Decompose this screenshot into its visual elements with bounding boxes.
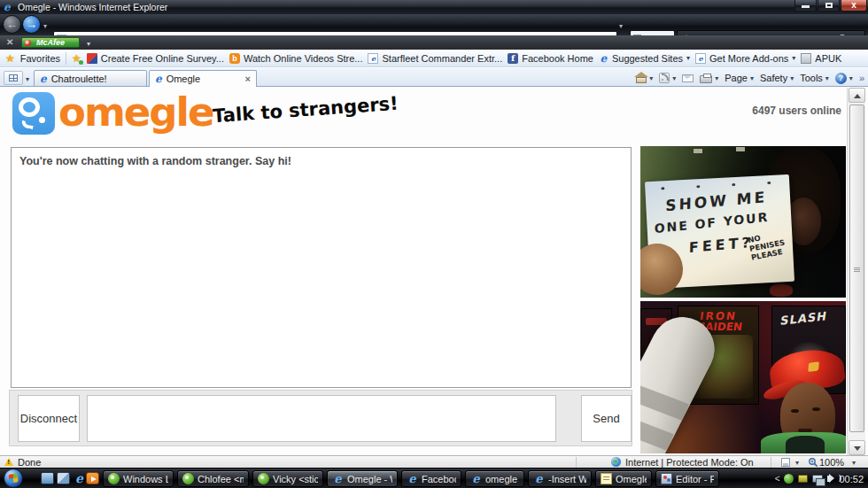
taskbar-button[interactable]: e-Insert Witty... [528,470,592,487]
forward-button[interactable]: → [22,15,41,34]
quick-tabs-icon [9,74,18,81]
suggested-sites-button[interactable]: eSuggested Sites▾ [599,53,690,64]
tab-omegle[interactable]: e Omegle × [149,70,257,88]
tab-close-icon[interactable]: × [245,74,251,84]
start-button[interactable] [4,469,23,488]
ie-icon: e [533,473,545,484]
dropdown-icon[interactable]: ▾ [715,74,718,82]
system-tray: < 00:52 [775,469,866,488]
restore-icon [825,3,833,8]
dropdown-icon[interactable]: ▾ [795,459,799,467]
favorite-item[interactable]: Create Free Online Survey... [87,53,224,64]
mcafee-button[interactable]: McAfee [21,37,80,48]
tab-label: Chatroulette! [51,74,107,84]
ie-icon: e [332,473,344,484]
safety-menu[interactable]: Safety [760,73,787,83]
scroll-up-button[interactable] [849,88,865,103]
favorite-item[interactable]: bWatch Online Videos Stre... [229,53,363,64]
ie-icon: e [407,473,418,484]
print-icon[interactable] [700,75,712,83]
toolbar-close-icon[interactable]: ✕ [6,37,13,47]
ie-page-icon: e [695,53,706,64]
tab-chatroulette[interactable]: e Chatroulette! [34,70,147,87]
add-favorite-icon[interactable]: ★ [72,52,81,65]
dropdown-icon: ▾ [792,54,795,62]
page-menu[interactable]: Page [725,73,748,83]
sign-note: NO PENISES PLEASE [747,229,787,262]
dropdown-icon[interactable]: ▾ [672,74,676,82]
dropdown-icon[interactable]: ▾ [849,74,853,82]
window-controls: x [794,0,867,12]
taskbar-button[interactable]: eomegle blo... [465,470,524,487]
dropdown-icon: ▾ [686,54,690,62]
dropdown-icon[interactable]: ▾ [852,459,856,467]
favorite-item[interactable]: APUK [801,53,841,64]
volume-tray-icon[interactable] [827,476,831,482]
messenger-tray-icon[interactable] [784,474,794,484]
send-button[interactable]: Send [581,395,632,442]
taskbar-button[interactable]: Omegle [595,470,652,487]
dropdown-icon[interactable]: ▾ [649,74,653,82]
back-button[interactable]: ← [3,15,21,34]
read-mail-icon[interactable] [682,74,694,82]
restore-button[interactable] [818,0,840,12]
tools-menu[interactable]: Tools [800,73,823,83]
chat-log[interactable]: You're now chatting with a random strang… [11,147,632,388]
favorites-button[interactable]: Favorites [20,53,60,64]
favorite-item[interactable]: fFacebook Home [508,53,593,64]
mcafee-dropdown-icon[interactable]: ▾ [87,40,90,48]
command-bar: ▾ ▾ ▾ Page▾ Safety▾ Tools▾ ?▾ » [636,70,864,86]
close-button[interactable]: x [841,0,867,12]
navigation-bar: ← → ▾ e http://www.omegle.com/ ▾ × Live … [0,14,868,35]
taskbar-button[interactable]: eFacebook - ... [401,470,461,487]
messenger-icon [108,473,120,484]
sign-line-3: FEET? [689,234,754,256]
minimize-icon [802,5,810,8]
scrollbar-thumb[interactable] [849,105,864,432]
show-desktop-icon[interactable] [41,472,54,484]
tray-expand-icon[interactable]: < [775,474,780,484]
message-input[interactable] [87,395,556,442]
media-player-icon[interactable] [86,472,99,484]
rss-feed-icon[interactable] [659,73,670,83]
home-icon[interactable] [636,77,647,83]
taskbar-button[interactable]: Vicky <stick... [252,470,323,487]
taskbar-clock[interactable]: 00:52 [839,474,864,484]
switch-windows-icon[interactable] [57,472,70,484]
network-tray-icon[interactable] [812,475,823,483]
favorite-item[interactable]: eStarfleet Commander Extr... [368,53,502,64]
ie-favicon: e [40,73,47,85]
history-dropdown-icon[interactable]: ▾ [43,22,47,30]
taskbar-button-active[interactable]: eOmegle - W... [327,470,398,487]
status-bar: Done Internet | Protected Mode: On ▾ 100… [0,455,868,468]
taskbar-button[interactable]: Chlofee <m... [177,470,249,487]
dropdown-icon: ▾ [790,74,794,82]
quick-tabs-button[interactable] [4,71,23,85]
tab-list-dropdown-icon[interactable]: ▾ [26,75,29,83]
change-zoom-icon[interactable] [781,458,790,467]
address-dropdown-icon[interactable]: ▾ [619,22,623,30]
mcafee-label: McAfee [36,38,65,47]
stranger-webcam-video: SHOW ME ONE OF YOUR FEET? NO PENISES PLE… [640,146,846,298]
taskbar-button[interactable]: Windows Li... [103,470,174,487]
wall-tape [736,147,745,151]
internet-zone-icon [611,457,621,467]
minimize-button[interactable] [794,0,817,12]
favorites-bar: ★ Favorites ★ Create Free Online Survey.… [0,50,868,67]
disconnect-button[interactable]: Disconnect [18,395,80,442]
battery-tray-icon[interactable] [798,475,808,483]
help-icon[interactable]: ? [835,73,847,84]
vertical-scrollbar[interactable] [847,88,865,456]
ie-page-icon: e [368,53,378,64]
taskbar-button[interactable]: Editor - Pho... [655,470,719,487]
messenger-icon [258,473,269,484]
status-text: Done [18,456,41,469]
ie-quicklaunch-icon[interactable]: e [73,472,86,484]
scroll-down-button[interactable] [849,440,865,455]
omegle-logo-icon [12,92,55,135]
overflow-chevron-icon[interactable]: » [859,73,864,83]
page-warning-icon[interactable] [4,458,13,466]
zoom-level[interactable]: 100% [819,456,844,469]
get-addons-button[interactable]: eGet More Add-ons▾ [695,53,795,64]
zoom-magnifier-icon[interactable] [808,457,818,468]
